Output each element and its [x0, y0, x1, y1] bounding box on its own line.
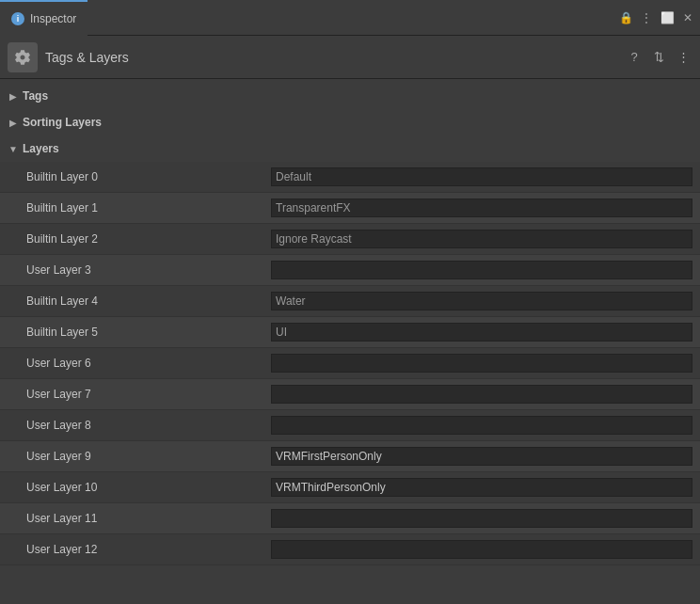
layers-section-header[interactable]: Layers: [0, 135, 700, 162]
layer-row: Builtin Layer 2: [0, 224, 700, 255]
layer-row: User Layer 12: [0, 534, 700, 565]
layout-button[interactable]: ⇅: [649, 48, 668, 67]
sorting-layers-label: Sorting Layers: [23, 116, 102, 129]
layer-value-input[interactable]: [271, 323, 692, 342]
sorting-layers-section-header[interactable]: Sorting Layers: [0, 109, 700, 135]
layer-value-input[interactable]: [271, 509, 692, 528]
layer-row: User Layer 7: [0, 379, 700, 410]
sorting-layers-triangle: [8, 117, 19, 128]
layer-row: Builtin Layer 5: [0, 317, 700, 348]
title-bar-controls: 🔒 ⋮ ⬜ ✕: [617, 9, 700, 26]
layer-value-input[interactable]: [271, 354, 692, 373]
title-bar: i Inspector 🔒 ⋮ ⬜ ✕: [0, 0, 700, 36]
layer-value-input[interactable]: [271, 416, 692, 435]
inspector-icon: i: [11, 12, 24, 25]
layer-label: User Layer 6: [26, 357, 271, 370]
gear-icon: [8, 42, 38, 72]
layer-label: User Layer 3: [26, 263, 271, 277]
layer-value-input[interactable]: [271, 385, 692, 404]
lock-icon[interactable]: 🔒: [617, 9, 634, 26]
inspector-window: i Inspector 🔒 ⋮ ⬜ ✕ Tags & Layers ? ⇅ ⋮: [0, 0, 700, 604]
layer-label: User Layer 12: [26, 543, 271, 556]
close-icon[interactable]: ✕: [679, 9, 696, 26]
layer-label: Builtin Layer 5: [26, 326, 271, 339]
header-title: Tags & Layers: [45, 50, 625, 65]
layer-value-input[interactable]: [271, 478, 692, 497]
layer-row: Builtin Layer 1: [0, 193, 700, 224]
header-actions: ? ⇅ ⋮: [625, 48, 692, 67]
layer-row: Builtin Layer 4: [0, 286, 700, 317]
layer-value-input[interactable]: [271, 167, 692, 186]
layer-label: User Layer 11: [26, 512, 271, 525]
layer-label: Builtin Layer 1: [26, 201, 271, 215]
layers-container: Builtin Layer 0Builtin Layer 1Builtin La…: [0, 162, 700, 565]
layer-row: User Layer 11: [0, 503, 700, 534]
tags-triangle: [8, 90, 19, 102]
layer-row: User Layer 3: [0, 255, 700, 286]
tags-section-header[interactable]: Tags: [0, 83, 700, 109]
layer-row: User Layer 10: [0, 472, 700, 503]
header-bar: Tags & Layers ? ⇅ ⋮: [0, 36, 700, 79]
layer-label: User Layer 9: [26, 450, 271, 463]
content-area: Tags Sorting Layers Layers Builtin Layer…: [0, 79, 700, 604]
layer-value-input[interactable]: [271, 540, 692, 559]
layer-row: User Layer 9: [0, 441, 700, 472]
layer-row: User Layer 6: [0, 348, 700, 379]
menu-icon[interactable]: ⋮: [638, 9, 655, 26]
context-menu-button[interactable]: ⋮: [674, 48, 692, 67]
layer-value-input[interactable]: [271, 230, 692, 248]
layer-label: User Layer 7: [26, 388, 271, 401]
inspector-tab[interactable]: i Inspector: [0, 0, 88, 36]
maximize-icon[interactable]: ⬜: [659, 9, 676, 26]
layer-row: User Layer 8: [0, 410, 700, 441]
layer-label: Builtin Layer 4: [26, 294, 271, 308]
tags-label: Tags: [23, 89, 48, 103]
inspector-tab-label: Inspector: [30, 12, 76, 25]
layer-value-input[interactable]: [271, 292, 692, 310]
layer-label: Builtin Layer 2: [26, 232, 271, 246]
layer-row: Builtin Layer 0: [0, 162, 700, 193]
layer-value-input[interactable]: [271, 447, 692, 466]
layers-triangle: [8, 143, 19, 154]
layer-value-input[interactable]: [271, 199, 692, 217]
layer-label: Builtin Layer 0: [26, 170, 271, 183]
help-button[interactable]: ?: [625, 48, 644, 67]
layer-value-input[interactable]: [271, 261, 692, 279]
layer-label: User Layer 10: [26, 481, 271, 494]
layer-label: User Layer 8: [26, 419, 271, 432]
layers-label: Layers: [23, 142, 59, 155]
